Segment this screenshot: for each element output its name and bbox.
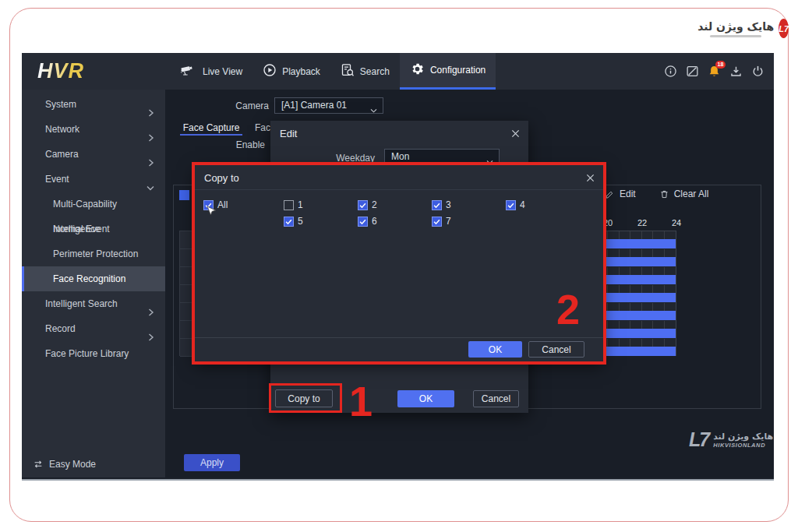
weekday-label: Weekday: [317, 153, 375, 164]
copy-checkbox-1[interactable]: 1: [284, 199, 303, 210]
edit-dialog-title: Edit: [280, 128, 297, 139]
copy-ok-button[interactable]: OK: [468, 341, 522, 358]
ruler-tick-label: 24: [667, 218, 686, 227]
app-window: HVR Live ViewPlaybackSearchConfiguration…: [22, 53, 774, 481]
sidebar-item-system[interactable]: System: [22, 92, 165, 117]
sidebar-item-label: Intelligent Search: [45, 298, 118, 309]
camera-select[interactable]: [A1] Camera 01: [274, 97, 383, 114]
sidebar-item-label: Normal Event: [53, 224, 110, 234]
site-logo-top: هایک ویژن لند L7: [701, 19, 789, 38]
camera-select-value: [A1] Camera 01: [281, 100, 347, 111]
easy-mode-label: Easy Mode: [49, 459, 96, 470]
checkbox-label: All: [217, 199, 228, 210]
info-icon[interactable]: [663, 65, 677, 79]
checkbox-checked-icon[interactable]: [358, 200, 368, 210]
checkbox-label: 5: [298, 216, 303, 227]
download-icon[interactable]: [729, 65, 743, 79]
copy-checkbox-4[interactable]: 4: [506, 199, 525, 210]
copy-checkbox-2[interactable]: 2: [358, 199, 377, 210]
copy-checkbox-5[interactable]: 5: [284, 216, 303, 227]
weekday-select-value: Mon: [391, 151, 409, 162]
sidebar-item-perimeter-protection[interactable]: Perimeter Protection: [22, 241, 165, 266]
copy-cancel-button[interactable]: Cancel: [528, 341, 584, 358]
dialog-divider: [195, 337, 603, 338]
tab-active-underline: [180, 134, 242, 136]
notification-badge: 18: [715, 61, 726, 69]
copy-checkbox-3[interactable]: 3: [432, 199, 451, 210]
footer-logo-text-fa: هایک ویژن لند: [713, 432, 773, 442]
nav-live-view[interactable]: Live View: [170, 53, 252, 90]
checkbox-checked-icon[interactable]: [358, 217, 368, 227]
easy-mode-toggle[interactable]: Easy Mode: [33, 459, 96, 470]
app-title: HVR: [37, 59, 84, 83]
checkbox-checked-icon[interactable]: [432, 200, 442, 210]
copy-to-dialog: Copy to All1234567 OK Cancel: [195, 165, 603, 361]
mouse-cursor-icon: [207, 206, 217, 220]
sidebar-item-normal-event[interactable]: Normal Event: [22, 217, 165, 241]
nav-search[interactable]: Search: [330, 53, 400, 90]
sidebar-item-camera[interactable]: Camera: [22, 142, 165, 167]
checkbox-label: 3: [446, 199, 451, 210]
sidebar-item-label: Event: [45, 174, 69, 185]
checkbox-checked-icon[interactable]: [506, 200, 516, 210]
sidebar-item-multi-capability-intelligence[interactable]: Multi-Capability Intelligence: [22, 192, 165, 217]
sidebar: SystemNetworkCameraEventMulti-Capability…: [22, 90, 165, 477]
cctv-camera-icon: [180, 64, 197, 79]
gear-icon: [410, 62, 425, 79]
edit-cancel-button[interactable]: Cancel: [473, 390, 519, 407]
alarm-bell-icon[interactable]: 18: [707, 65, 721, 79]
sidebar-item-label: Face Picture Library: [45, 348, 129, 359]
sidebar-item-face-recognition[interactable]: Face Recognition: [22, 266, 165, 291]
checkbox-unchecked-icon[interactable]: [284, 200, 294, 210]
tab-face-comparison[interactable]: Face: [255, 122, 271, 133]
power-icon[interactable]: [750, 65, 764, 79]
sidebar-item-label: Face Recognition: [53, 273, 125, 284]
site-logo-tagline: [710, 35, 761, 37]
header-bar: HVR Live ViewPlaybackSearchConfiguration…: [22, 53, 774, 90]
nav-configuration[interactable]: Configuration: [400, 53, 496, 90]
trash-icon: [659, 189, 669, 199]
chevron-down-icon: [370, 104, 377, 118]
edit-ok-button[interactable]: OK: [397, 390, 454, 407]
apply-button[interactable]: Apply: [184, 454, 240, 471]
sidebar-item-network[interactable]: Network: [22, 117, 165, 142]
main-nav: Live ViewPlaybackSearchConfiguration: [170, 53, 496, 90]
checkbox-label: 6: [372, 216, 377, 227]
checkbox-checked-icon[interactable]: [432, 217, 442, 227]
footer-logo-text-en: HIKVISIONLAND: [713, 442, 765, 449]
close-icon[interactable]: [584, 172, 595, 183]
nav-label: Live View: [203, 66, 242, 77]
sidebar-item-intelligent-search[interactable]: Intelligent Search: [22, 291, 165, 316]
weekday-select[interactable]: Mon: [384, 149, 500, 165]
footer-logo: L7 هایک ویژن لند HIKVISIONLAND: [689, 428, 773, 451]
swap-arrows-icon: [33, 459, 44, 470]
site-logo-text: هایک ویژن لند: [697, 20, 774, 33]
screen-icon[interactable]: [685, 65, 699, 79]
copy-checkbox-6[interactable]: 6: [358, 216, 377, 227]
sidebar-item-face-picture-library[interactable]: Face Picture Library: [22, 341, 165, 366]
checkbox-label: 2: [372, 199, 377, 210]
nav-label: Playback: [282, 66, 320, 77]
copy-checkbox-7[interactable]: 7: [432, 216, 451, 227]
schedule-edit-button[interactable]: Edit: [620, 188, 636, 199]
schedule-clear-all-button[interactable]: Clear All: [674, 188, 709, 199]
dialog-divider: [195, 189, 603, 190]
ruler-tick-label: 22: [633, 218, 651, 227]
sidebar-item-label: Perimeter Protection: [53, 248, 138, 259]
copy-to-button[interactable]: Copy to: [275, 389, 333, 407]
footer-logo-mark-icon: L7: [689, 428, 708, 451]
nav-playback[interactable]: Playback: [252, 53, 330, 90]
site-logo-mark-icon: L7: [779, 19, 789, 38]
close-icon[interactable]: [510, 128, 521, 139]
sidebar-item-event[interactable]: Event: [22, 167, 165, 192]
search-doc-icon: [341, 63, 355, 79]
playback-icon: [263, 63, 277, 79]
nav-label: Search: [360, 66, 390, 77]
sidebar-item-label: Network: [45, 124, 79, 135]
sidebar-item-label: System: [45, 99, 76, 110]
tab-face-capture[interactable]: Face Capture: [180, 122, 242, 133]
checkbox-label: 7: [446, 216, 451, 227]
schedule-legend-swatch: [179, 190, 189, 200]
sidebar-item-record[interactable]: Record: [22, 316, 165, 341]
checkbox-checked-icon[interactable]: [284, 217, 294, 227]
